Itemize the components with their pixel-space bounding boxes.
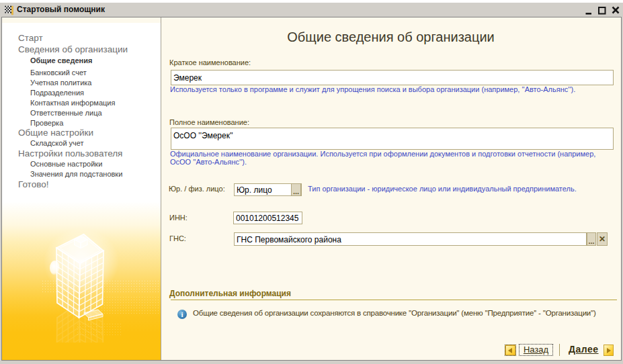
svg-text:i: i — [181, 310, 183, 318]
